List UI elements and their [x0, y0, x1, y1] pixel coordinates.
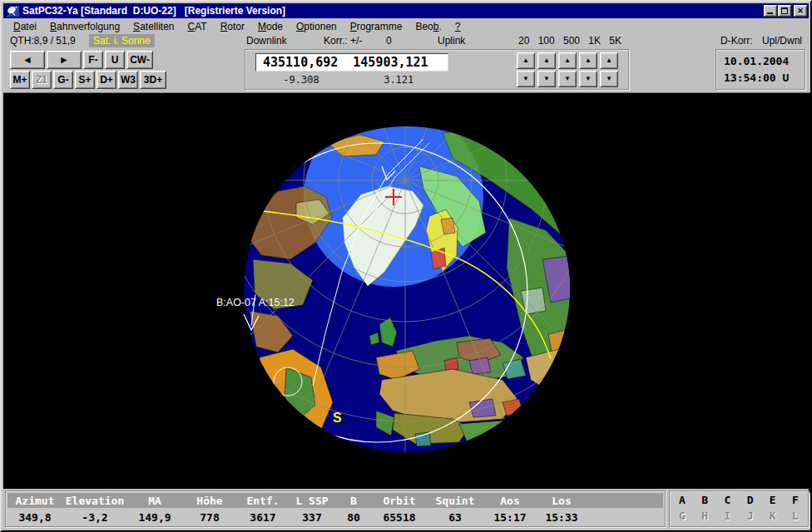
step-20[interactable]: 20	[517, 35, 530, 47]
window-title: SatPC32-Ya [Standard D:UO-22] [Registrie…	[22, 5, 763, 17]
u-button[interactable]: U	[105, 51, 125, 69]
memory-key-e[interactable]: E	[765, 494, 780, 510]
status-col-label: Entf.	[237, 495, 289, 507]
bottom-bar: AzimutElevationMAHöheEntf.L SSPBOrbitSqu…	[3, 489, 809, 529]
step-5k[interactable]: 5K	[608, 35, 622, 47]
frequency-spinners: ▲▼▲▼▲▼▲▼▲▼	[517, 52, 618, 87]
memory-key-b[interactable]: B	[697, 494, 712, 510]
status-col-value: 80	[335, 511, 372, 524]
memory-key-a[interactable]: A	[675, 494, 690, 510]
uplink-label: Uplink	[438, 35, 465, 47]
status-col-value: 65518	[372, 511, 427, 524]
prev-button[interactable]: ◄	[10, 51, 45, 69]
memory-keys-inactive: GHIJKL	[675, 510, 803, 525]
spinner-column-3: ▲▼	[558, 52, 577, 87]
korr-value: 0	[386, 35, 392, 47]
toolbar-row-1: ◄►F-UCW-	[10, 51, 155, 69]
spinner-column-2: ▲▼	[537, 52, 556, 87]
spinner-down-4[interactable]: ▼	[579, 71, 597, 87]
spinner-column-5: ▲▼	[600, 52, 618, 87]
menu-item-programme[interactable]: Programme	[344, 20, 409, 33]
tuning-steps: 201005001K5K	[517, 35, 622, 47]
status-col-value: -3,2	[62, 511, 127, 524]
sun-status-badge: Sat. i. Sonne	[89, 34, 155, 47]
menu-item-bahnverfolgung[interactable]: Bahnverfolgung	[43, 20, 126, 33]
time-value: 13:54:00 U	[724, 71, 789, 84]
satellite-dish-icon	[6, 5, 19, 17]
memory-key-h[interactable]: H	[697, 510, 712, 525]
minimize-button[interactable]	[764, 5, 777, 17]
status-panel: AzimutElevationMAHöheEntf.L SSPBOrbitSqu…	[5, 490, 666, 527]
minimize-icon	[767, 12, 773, 14]
menu-item-beob[interactable]: Beob.	[408, 20, 448, 33]
dkorr-label: D-Korr:	[720, 35, 753, 47]
memory-key-d[interactable]: D	[743, 494, 758, 510]
step-500[interactable]: 500	[562, 35, 581, 47]
spinner-column-1: ▲▼	[517, 52, 535, 87]
s-plus-button[interactable]: S+	[75, 71, 95, 89]
threed-plus-button[interactable]: 3D+	[140, 71, 166, 89]
satpc32-window: { "window": { "title": "SatPC32-Ya [Stan…	[0, 0, 812, 532]
memory-key-c[interactable]: C	[720, 494, 735, 510]
d-plus-button[interactable]: D+	[97, 71, 116, 89]
menu-item-mode[interactable]: Mode	[251, 20, 290, 33]
title-bar[interactable]: SatPC32-Ya [Standard D:UO-22] [Registrie…	[3, 3, 809, 18]
frequency-display[interactable]: 435110,692 145903,121	[255, 53, 448, 71]
uplink-frequency: 145903,121	[353, 55, 428, 70]
dkorr-value[interactable]: Upl/Dwnl	[762, 35, 802, 47]
w3-button[interactable]: W3	[118, 71, 138, 89]
spinner-up-4[interactable]: ▲	[579, 52, 597, 69]
z1-button[interactable]: Z1	[32, 71, 52, 89]
step-100[interactable]: 100	[537, 35, 556, 47]
status-header-row: AzimutElevationMAHöheEntf.L SSPBOrbitSqu…	[7, 493, 663, 508]
status-col-value: 778	[182, 511, 237, 524]
spinner-up-2[interactable]: ▲	[537, 52, 556, 69]
status-col-value: 15:17	[483, 511, 537, 524]
spinner-down-3[interactable]: ▼	[558, 71, 577, 87]
spinner-up-5[interactable]: ▲	[600, 52, 618, 69]
memory-key-l[interactable]: L	[788, 510, 803, 525]
memory-keys-panel: ABCDEF GHIJKL	[669, 490, 809, 527]
spinner-column-4: ▲▼	[579, 52, 597, 87]
status-col-label: Höhe	[182, 495, 237, 507]
menu-item-cat[interactable]: CAT	[181, 20, 214, 33]
menu-item-optionen[interactable]: Optionen	[290, 20, 344, 33]
doppler-row: -9.308 3.121	[255, 74, 448, 86]
downlink-frequency: 435110,692	[263, 55, 338, 70]
spinner-up-3[interactable]: ▲	[558, 52, 577, 69]
cw-minus-button[interactable]: CW-	[126, 51, 153, 69]
spinner-down-5[interactable]: ▼	[600, 71, 618, 87]
doppler-downlink: -9.308	[255, 74, 347, 86]
memory-key-j[interactable]: J	[743, 510, 758, 525]
status-col-value: 349,8	[7, 511, 62, 524]
menu-item-satelliten[interactable]: Satelliten	[126, 20, 181, 33]
satellite-label: B:AO-07 A:15:12	[216, 297, 295, 308]
toolbar-row-2: M+Z1G-S+D+W33D+	[10, 71, 168, 89]
memory-key-k[interactable]: K	[765, 510, 780, 525]
close-button[interactable]: ✕	[794, 5, 807, 17]
datetime-panel: 10.01.200413:54:00 U	[715, 49, 805, 90]
status-col-label: Orbit	[372, 495, 427, 507]
memory-key-f[interactable]: F	[788, 494, 803, 510]
step-1k[interactable]: 1K	[587, 35, 602, 47]
status-col-label: Aos	[483, 495, 537, 507]
menu-item-rotor[interactable]: Rotor	[214, 20, 251, 33]
status-col-value: 149,9	[127, 511, 182, 524]
memory-key-i[interactable]: I	[720, 510, 735, 525]
globe: B:AO-07 A:15:12 S	[3, 93, 812, 493]
next-button[interactable]: ►	[47, 51, 82, 69]
menu-item-?[interactable]: ?	[448, 20, 468, 33]
menu-bar: DateiBahnverfolgungSatellitenCATRotorMod…	[3, 19, 809, 34]
status-col-label: B	[335, 495, 372, 507]
maximize-button[interactable]	[778, 5, 791, 17]
f-minus-button[interactable]: F-	[83, 51, 103, 69]
spinner-up-1[interactable]: ▲	[517, 52, 535, 69]
g-minus-button[interactable]: G-	[53, 71, 73, 89]
m-plus-button[interactable]: M+	[10, 71, 30, 89]
menu-item-datei[interactable]: Datei	[7, 20, 43, 33]
memory-key-g[interactable]: G	[675, 510, 690, 525]
map-area[interactable]: B:AO-07 A:15:12 S	[3, 92, 812, 492]
spinner-down-1[interactable]: ▼	[517, 71, 535, 87]
maximize-icon	[781, 7, 788, 14]
spinner-down-2[interactable]: ▼	[537, 71, 556, 87]
